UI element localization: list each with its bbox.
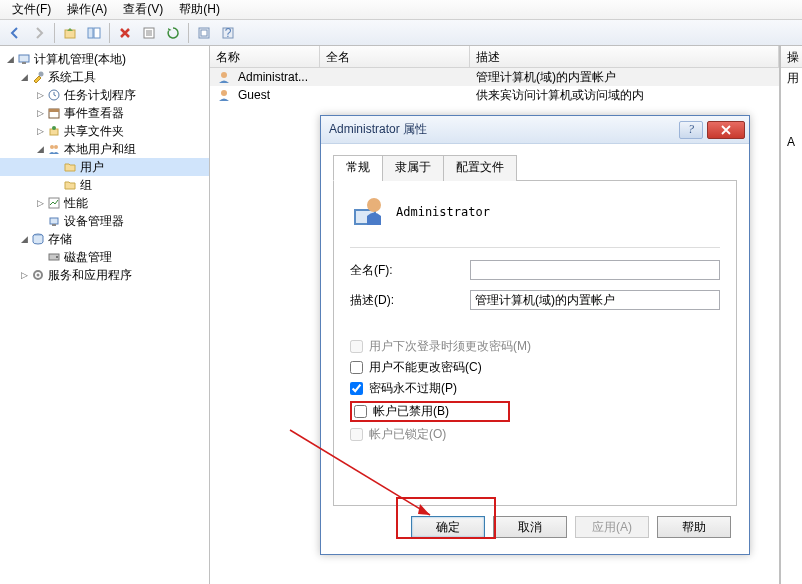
tree-label: 本地用户和组 (64, 141, 136, 158)
tree-label: 系统工具 (48, 69, 96, 86)
actions-header: 操 (781, 46, 802, 68)
checkbox-neverexpire[interactable] (350, 382, 363, 395)
expand-icon[interactable]: ▷ (18, 270, 30, 280)
tree-device-manager[interactable]: 设备管理器 (0, 212, 209, 230)
tree-label: 用户 (80, 159, 104, 176)
list-row[interactable]: Guest 供来宾访问计算机或访问域的内 (210, 86, 779, 104)
svg-rect-0 (65, 30, 75, 38)
description-label: 描述(D): (350, 292, 470, 309)
cell-desc: 供来宾访问计算机或访问域的内 (470, 87, 779, 104)
tree-label: 磁盘管理 (64, 249, 112, 266)
tab-profile[interactable]: 配置文件 (443, 155, 517, 181)
tree-label: 设备管理器 (64, 213, 124, 230)
tree-label: 事件查看器 (64, 105, 124, 122)
separator (350, 247, 720, 248)
svg-text:?: ? (225, 26, 232, 40)
close-button[interactable] (707, 121, 745, 139)
device-icon (46, 213, 62, 229)
tab-general[interactable]: 常规 (333, 155, 383, 181)
tree-event-viewer[interactable]: ▷ 事件查看器 (0, 104, 209, 122)
collapse-icon[interactable]: ◢ (4, 54, 16, 64)
help-button[interactable]: 帮助 (657, 516, 731, 538)
fullname-label: 全名(F): (350, 262, 470, 279)
svg-point-13 (39, 72, 44, 77)
svg-point-33 (367, 198, 381, 212)
event-icon (46, 105, 62, 121)
ok-button[interactable]: 确定 (411, 516, 485, 538)
context-help-button[interactable]: ? (679, 121, 703, 139)
tab-general-panel: Administrator 全名(F): 描述(D): 用户下次登录时须更改密码… (333, 181, 737, 506)
tree-services[interactable]: ▷ 服务和应用程序 (0, 266, 209, 284)
check-neverexpire[interactable]: 密码永不过期(P) (350, 380, 720, 397)
tree-performance[interactable]: ▷ 性能 (0, 194, 209, 212)
show-hide-tree-button[interactable] (83, 22, 105, 44)
col-fullname[interactable]: 全名 (320, 46, 470, 67)
perf-icon (46, 195, 62, 211)
tree-task-scheduler[interactable]: ▷ 任务计划程序 (0, 86, 209, 104)
tree-disk-mgmt[interactable]: 磁盘管理 (0, 248, 209, 266)
cancel-button[interactable]: 取消 (493, 516, 567, 538)
tree-root[interactable]: ◢ 计算机管理(本地) (0, 50, 209, 68)
forward-button[interactable] (28, 22, 50, 44)
collapse-icon[interactable]: ◢ (18, 234, 30, 244)
col-name[interactable]: 名称 (210, 46, 320, 67)
check-mustchange: 用户下次登录时须更改密码(M) (350, 338, 720, 355)
svg-point-30 (221, 90, 227, 96)
navigation-tree[interactable]: ◢ 计算机管理(本地) ◢ 系统工具 ▷ 任务计划程序 ▷ 事件查看器 ▷ 共享… (0, 46, 210, 584)
collapse-icon[interactable]: ◢ (18, 72, 30, 82)
checkbox-cannotchange[interactable] (350, 361, 363, 374)
menu-help[interactable]: 帮助(H) (171, 0, 228, 20)
menu-action[interactable]: 操作(A) (59, 0, 115, 20)
apply-button: 应用(A) (575, 516, 649, 538)
menu-view[interactable]: 查看(V) (115, 0, 171, 20)
check-locked: 帐户已锁定(O) (350, 426, 720, 443)
svg-rect-23 (52, 224, 56, 226)
tree-local-users[interactable]: ◢ 本地用户和组 (0, 140, 209, 158)
tree-system-tools[interactable]: ◢ 系统工具 (0, 68, 209, 86)
check-label: 帐户已锁定(O) (369, 426, 446, 443)
tree-storage[interactable]: ◢ 存储 (0, 230, 209, 248)
tree-label: 组 (80, 177, 92, 194)
collapse-icon[interactable]: ◢ (34, 144, 46, 154)
tree-users[interactable]: 用户 (0, 158, 209, 176)
col-desc[interactable]: 描述 (470, 46, 779, 67)
actions-item[interactable]: A (781, 133, 802, 151)
disk-icon (46, 249, 62, 265)
svg-rect-1 (88, 28, 93, 38)
tab-memberof[interactable]: 隶属于 (382, 155, 444, 181)
expand-icon[interactable]: ▷ (34, 198, 46, 208)
share-icon (46, 123, 62, 139)
up-button[interactable] (59, 22, 81, 44)
tools-icon (30, 69, 46, 85)
username-label: Administrator (396, 205, 490, 219)
fullname-input[interactable] (470, 260, 720, 280)
svg-rect-8 (201, 30, 207, 36)
description-input[interactable] (470, 290, 720, 310)
tree-label: 共享文件夹 (64, 123, 124, 140)
expand-icon[interactable]: ▷ (34, 108, 46, 118)
help-tool-button[interactable]: ? (217, 22, 239, 44)
cell-name: Administrat... (238, 70, 308, 84)
tree-shared-folders[interactable]: ▷ 共享文件夹 (0, 122, 209, 140)
menu-file[interactable]: 文件(F) (4, 0, 59, 20)
delete-button[interactable] (114, 22, 136, 44)
svg-rect-12 (22, 62, 26, 64)
actions-pane: 操 用 A (780, 46, 802, 584)
tree-groups[interactable]: 组 (0, 176, 209, 194)
list-row[interactable]: Administrat... 管理计算机(域)的内置帐户 (210, 68, 779, 86)
actions-item[interactable]: 用 (781, 68, 802, 89)
user-icon (216, 87, 232, 103)
refresh-button[interactable] (162, 22, 184, 44)
computer-icon (16, 51, 32, 67)
tree-label: 性能 (64, 195, 88, 212)
expand-icon[interactable]: ▷ (34, 90, 46, 100)
check-disabled[interactable]: 帐户已禁用(B) (350, 401, 510, 422)
check-cannotchange[interactable]: 用户不能更改密码(C) (350, 359, 720, 376)
dialog-titlebar[interactable]: Administrator 属性 ? (321, 116, 749, 144)
export-button[interactable] (193, 22, 215, 44)
back-button[interactable] (4, 22, 26, 44)
tool-bar: ? (0, 20, 802, 46)
checkbox-disabled[interactable] (354, 405, 367, 418)
properties-button[interactable] (138, 22, 160, 44)
expand-icon[interactable]: ▷ (34, 126, 46, 136)
